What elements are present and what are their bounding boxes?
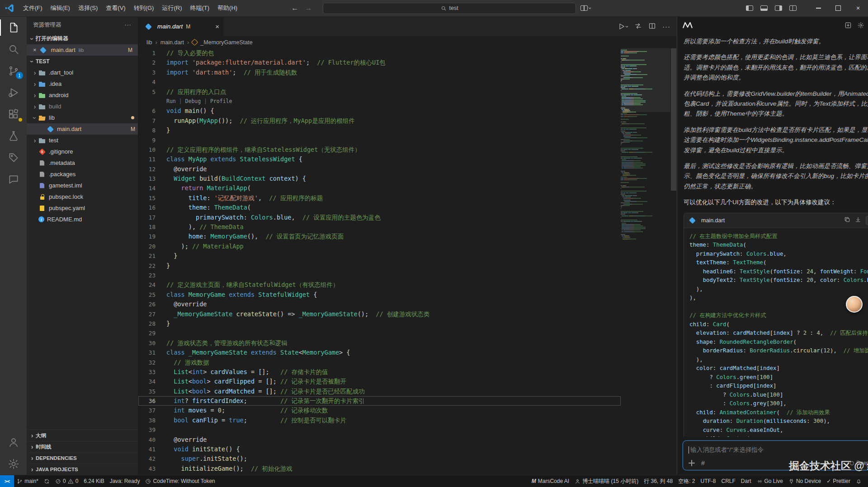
menu-选择(S)[interactable]: 选择(S) <box>74 2 102 14</box>
tree-item-test[interactable]: ›test <box>27 135 138 146</box>
code-line[interactable]: 34 List<bool> cardFlipped = []; // 记录卡片是… <box>138 377 621 386</box>
line-number[interactable]: 22 <box>138 261 166 271</box>
remote-indicator[interactable]: >< <box>0 475 14 487</box>
code-line[interactable]: 9 <box>138 136 621 145</box>
menu-转到(G)[interactable]: 转到(G) <box>130 2 158 14</box>
new-chat-icon[interactable] <box>844 22 852 30</box>
model-selector[interactable]: DeepSeek-R1 › <box>850 460 868 466</box>
menu-终端(T)[interactable]: 终端(T) <box>186 2 213 14</box>
menu-文件(F)[interactable]: 文件(F) <box>19 2 47 14</box>
code-line[interactable]: 33 List<int> cardValues = []; // 存储卡片的值 <box>138 367 621 377</box>
tree-item-pubspec.yaml[interactable]: ›pubspec.yaml <box>27 202 138 214</box>
explorer-more-actions-icon[interactable]: ··· <box>125 22 132 28</box>
copy-code-icon[interactable] <box>844 216 850 224</box>
close-window-button[interactable]: × <box>848 0 868 17</box>
code-line[interactable]: 31class _MemoryGameState extends State<M… <box>138 348 621 357</box>
tree-item-pubspec.lock[interactable]: ›pubspec.lock <box>27 191 138 202</box>
line-number[interactable]: 35 <box>138 387 166 396</box>
code-line[interactable]: 12 @override <box>138 164 621 174</box>
minimap[interactable] <box>621 48 670 475</box>
line-number[interactable]: 11 <box>138 155 166 164</box>
code-line[interactable]: 38 bool canFlip = true; // 控制是否可以翻卡片 <box>138 416 621 425</box>
floating-avatar[interactable] <box>846 296 863 313</box>
code-line[interactable]: 8} <box>138 126 621 135</box>
tree-item-gametest.iml[interactable]: ›gametest.iml <box>27 180 138 191</box>
code-line[interactable]: 36 int? firstCardIndex; // 记录第一次翻开的卡片索引 <box>138 396 621 406</box>
tree-item-build[interactable]: ›build <box>27 101 138 112</box>
open-changes-icon[interactable] <box>634 22 642 31</box>
code-line[interactable]: 21 } <box>138 251 621 261</box>
open-editors-header[interactable]: › 打开的编辑器 <box>27 33 138 44</box>
line-number[interactable]: 28 <box>138 319 166 328</box>
breadcrumb[interactable]: lib › main.dart › _MemoryGameState <box>138 36 677 48</box>
java-status-item[interactable]: Java: Ready <box>107 475 143 487</box>
line-number[interactable]: 3 <box>138 68 166 77</box>
code-line[interactable]: 14 return MaterialApp( <box>138 183 621 193</box>
code-line[interactable]: 43 initializeGame(); // 初始化游戏 <box>138 464 621 473</box>
line-number[interactable]: 9 <box>138 136 166 145</box>
code-line[interactable]: 4 <box>138 77 621 87</box>
close-tab-icon[interactable]: × <box>215 23 219 30</box>
ai-chat-scroll[interactable]: 所以需要添加一个检查方法，并在build时触发弹窗。还需要考虑颜色搭配，使用更柔… <box>677 35 868 437</box>
customize-layout-icon[interactable] <box>789 5 797 11</box>
line-number[interactable]: 19 <box>138 232 166 241</box>
line-number[interactable]: 5 <box>138 87 166 97</box>
code-line[interactable]: 15 title: '记忆配对游戏', // 应用程序的标题 <box>138 193 621 203</box>
code-line[interactable]: 26 @override <box>138 300 621 309</box>
toggle-sidebar-icon[interactable] <box>746 5 753 11</box>
apply-button[interactable]: ↯ Apply <box>866 216 868 225</box>
line-number[interactable]: 17 <box>138 213 166 222</box>
code-line[interactable]: 23 <box>138 271 621 280</box>
code-line[interactable]: 17 primarySwatch: Colors.blue, // 设置应用的主… <box>138 213 621 222</box>
ai-message-input[interactable]: 输入消息或者"/"来选择指令 # DeepSeek-R1 › <box>683 440 868 470</box>
line-number[interactable]: 31 <box>138 348 166 357</box>
line-number[interactable]: 2 <box>138 58 166 67</box>
line-number[interactable]: 6 <box>138 106 166 116</box>
codelens-profile[interactable]: Profile <box>210 98 232 104</box>
code-line[interactable]: 11class MyApp extends StatelessWidget { <box>138 155 621 164</box>
extensions-icon[interactable] <box>0 103 27 125</box>
code-line[interactable]: 41 void initState() { <box>138 445 621 454</box>
code-line[interactable]: 40 @override <box>138 435 621 445</box>
line-number[interactable]: 41 <box>138 445 166 454</box>
line-number[interactable]: 8 <box>138 126 166 135</box>
code-line[interactable]: 29 <box>138 328 621 338</box>
section-时间线[interactable]: ›时间线 <box>27 441 138 452</box>
explorer-icon[interactable] <box>0 17 27 38</box>
code-line[interactable]: 6void main() { <box>138 106 621 116</box>
line-number[interactable]: 16 <box>138 203 166 212</box>
section-大纲[interactable]: ›大纲 <box>27 430 138 441</box>
code-line[interactable]: 5// 应用程序的入口点 <box>138 87 621 97</box>
tree-item-lib[interactable]: ›lib <box>27 112 138 123</box>
tree-item-.metadata[interactable]: ›.metadata <box>27 157 138 169</box>
eol-item[interactable]: CRLF <box>719 475 738 487</box>
code-line[interactable]: 27 _MemoryGameState createState() => _Me… <box>138 309 621 319</box>
insert-code-icon[interactable] <box>855 216 861 224</box>
code-line[interactable]: 28} <box>138 319 621 328</box>
code-line[interactable]: 20 ); // MaterialApp <box>138 242 621 251</box>
code-line[interactable]: 13 Widget build(BuildContext context) { <box>138 174 621 183</box>
line-number[interactable]: 36 <box>138 396 166 406</box>
line-number[interactable]: 40 <box>138 435 166 445</box>
bookmark-tag-icon[interactable] <box>0 147 27 169</box>
split-editor-icon[interactable] <box>648 22 656 31</box>
line-number[interactable]: 20 <box>138 242 166 251</box>
tree-item-README.md[interactable]: ›iREADME.md <box>27 214 138 225</box>
menu-查看(V)[interactable]: 查看(V) <box>102 2 129 14</box>
close-editor-icon[interactable]: × <box>33 47 37 53</box>
line-number[interactable]: 38 <box>138 416 166 425</box>
language-mode-item[interactable]: Dart <box>738 475 754 487</box>
settings-gear-icon[interactable] <box>0 453 27 475</box>
code-line[interactable]: 16 theme: ThemeData( <box>138 203 621 212</box>
code-line[interactable]: 42 super.initState(); <box>138 454 621 464</box>
codelens-row[interactable]: Run | Debug | Profile <box>138 97 621 106</box>
run-debug-icon[interactable] <box>0 82 27 103</box>
line-number[interactable]: 37 <box>138 406 166 415</box>
toggle-panel-icon[interactable] <box>760 5 768 11</box>
section-JAVA PROJECTS[interactable]: ›JAVA PROJECTS <box>27 464 138 475</box>
context-hash-icon[interactable]: # <box>701 459 705 467</box>
tree-item-.packages[interactable]: ›.packages <box>27 169 138 180</box>
workspace-root-header[interactable]: › TEST <box>27 56 138 67</box>
device-item[interactable]: No Device <box>786 475 824 487</box>
code-line[interactable]: 35 List<bool> cardMatched = []; // 记录卡片是… <box>138 387 621 396</box>
